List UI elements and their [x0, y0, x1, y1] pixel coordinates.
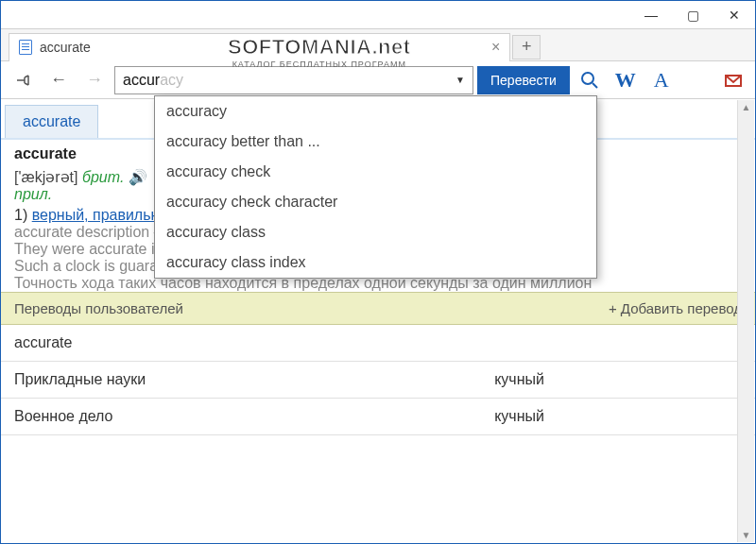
tab-accurate[interactable]: accurate ×: [9, 33, 510, 61]
suggestion-item[interactable]: accuracy check: [155, 157, 596, 187]
scroll-up-icon[interactable]: ▲: [742, 102, 751, 112]
suggestion-item[interactable]: accuracy class: [155, 217, 596, 247]
forward-button[interactable]: →: [78, 66, 111, 94]
back-button[interactable]: ←: [43, 66, 75, 94]
search-icon[interactable]: [574, 71, 606, 90]
translate-button[interactable]: Перевести: [477, 66, 570, 94]
table-row: Прикладные науки кучный: [1, 362, 755, 399]
table-row: Военное дело кучный: [1, 399, 755, 435]
tab-close-icon[interactable]: ×: [491, 39, 500, 56]
scroll-down-icon[interactable]: ▼: [742, 530, 751, 540]
lexicon-tab[interactable]: accurate: [5, 105, 98, 138]
app-window: — ▢ ✕ accurate × + ← → accuracy ▼ Переве…: [0, 0, 756, 544]
entry-phonetic: ['ækjərət]: [14, 169, 78, 185]
search-field[interactable]: accuracy ▼: [114, 66, 473, 94]
maximize-button[interactable]: ▢: [672, 1, 713, 28]
entry-brit: брит.: [82, 169, 124, 185]
new-tab-button[interactable]: +: [512, 35, 541, 60]
user-translations-header: Переводы пользователей + Добавить перево…: [1, 292, 755, 325]
minimize-button[interactable]: —: [630, 1, 672, 28]
svg-point-0: [582, 73, 593, 84]
suggestion-item[interactable]: accuracy check character: [155, 187, 596, 217]
mail-icon[interactable]: [717, 71, 749, 90]
search-input[interactable]: [123, 72, 455, 89]
suggestion-item[interactable]: accuracy class index: [155, 247, 596, 278]
autocomplete-dropdown: accuracy accuracy better than ... accura…: [154, 95, 597, 279]
close-button[interactable]: ✕: [713, 1, 755, 28]
document-icon: [19, 40, 32, 55]
svg-line-1: [593, 83, 597, 88]
wikipedia-icon[interactable]: W: [610, 68, 642, 93]
pin-button[interactable]: [7, 66, 39, 94]
tab-bar: accurate × +: [1, 29, 755, 61]
font-icon[interactable]: A: [645, 68, 678, 93]
titlebar: — ▢ ✕: [1, 1, 755, 29]
dropdown-arrow-icon[interactable]: ▼: [455, 75, 465, 85]
suggestion-item[interactable]: accuracy better than ...: [155, 127, 596, 157]
suggestion-item[interactable]: accuracy: [155, 96, 596, 127]
tab-label: accurate: [40, 40, 484, 55]
toolbar: ← → accuracy ▼ Перевести W A: [1, 61, 755, 99]
vertical-scrollbar[interactable]: ▲ ▼: [737, 100, 754, 542]
table-row: accurate: [1, 325, 755, 362]
add-translation-button[interactable]: + Добавить перевод: [609, 300, 742, 316]
user-translations-title: Переводы пользователей: [14, 300, 183, 316]
audio-icon[interactable]: 🔊: [129, 169, 147, 185]
